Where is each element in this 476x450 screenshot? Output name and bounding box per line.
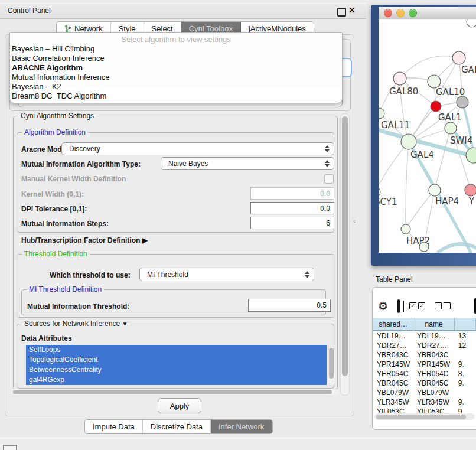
close-traffic-icon[interactable] xyxy=(384,9,392,17)
kernel-width-field[interactable]: 0.0 xyxy=(250,187,334,200)
network-node-y[interactable] xyxy=(465,184,476,196)
network-node-hap4[interactable] xyxy=(429,184,441,196)
network-edge[interactable] xyxy=(379,142,409,192)
minimized-panel-icon[interactable] xyxy=(3,445,17,450)
network-canvas[interactable]: GALGAL80GAL10GAL1SWI4GAL11GAL4HAP4YGCY1H… xyxy=(379,19,476,253)
table-cell: YDL19… xyxy=(413,331,455,341)
table-cell: YDR27… xyxy=(413,341,455,350)
network-edge[interactable] xyxy=(400,56,459,79)
algorithm-dropdown-popup: Select algorithm to view settings Bayesi… xyxy=(9,32,343,103)
attribute-item[interactable]: SelfLoops xyxy=(26,345,327,355)
algorithm-option-4[interactable]: Bayesian – K2 xyxy=(12,82,61,91)
table-cell xyxy=(455,350,476,360)
attributes-scrollbar[interactable] xyxy=(328,346,335,386)
network-edge[interactable] xyxy=(379,113,379,192)
table-cell: YPR145W xyxy=(413,360,455,369)
settings-vertical-scrollbar[interactable] xyxy=(340,113,350,396)
table-panel-title: Table Panel xyxy=(376,275,413,283)
zoom-traffic-icon[interactable] xyxy=(409,9,417,17)
table-row[interactable]: YBR043CYBR043C xyxy=(373,350,476,360)
table-cell: YLR345W xyxy=(413,397,455,407)
gear-icon[interactable]: ⚙ xyxy=(378,301,388,312)
float-window-icon[interactable] xyxy=(337,8,346,17)
dpi-tolerance-label: DPI Tolerance [0,1]: xyxy=(21,205,87,213)
column-header-cut[interactable] xyxy=(455,318,476,331)
which-threshold-value: MI Threshold xyxy=(147,270,188,279)
node-label-gal4: GAL4 xyxy=(410,149,434,160)
data-attributes-label: Data Attributes xyxy=(21,334,72,343)
attribute-item[interactable]: gal4RGexp xyxy=(26,375,327,385)
table-row[interactable]: YDL19…YDL19…13 xyxy=(373,331,476,341)
table-row[interactable]: YPR145WYPR145W9. xyxy=(373,360,476,369)
columns-icon[interactable] xyxy=(397,299,400,313)
algorithm-definition-title: Algorithm Definition xyxy=(22,128,88,136)
dpi-tolerance-field[interactable]: 0.0 xyxy=(250,202,334,214)
attribute-item[interactable]: TopologicalCoefficient xyxy=(26,355,327,365)
table-cell: YBR045C xyxy=(373,379,413,388)
close-icon[interactable]: ✕ xyxy=(348,5,356,15)
select-all-checkboxes-icon[interactable]: ✓✓ xyxy=(409,302,425,309)
which-threshold-combobox[interactable]: MI Threshold xyxy=(139,268,314,281)
bottom-tabbar: Impute DataDiscretize DataInfer Network xyxy=(84,419,273,434)
network-node-hap2[interactable] xyxy=(401,224,410,234)
table-cell: YBR045C xyxy=(413,379,455,388)
aracne-mode-combobox[interactable]: Discovery xyxy=(61,142,334,155)
hub-definition-toggle[interactable]: Hub/Transcription Factor Definition ▶ xyxy=(21,236,148,244)
algorithm-option-2[interactable]: ARACNE Algorithm xyxy=(12,63,83,72)
algorithm-option-1[interactable]: Basic Correlation Inference xyxy=(12,54,105,63)
kernel-width-label: Kernel Width (0,1): xyxy=(21,190,84,198)
table-row[interactable]: YER054CYER054C8. xyxy=(373,369,476,379)
network-node-gal1[interactable] xyxy=(431,101,441,112)
mi-type-combobox[interactable]: Naive Bayes xyxy=(161,157,334,170)
network-edge[interactable] xyxy=(435,128,451,190)
apply-button[interactable]: Apply xyxy=(158,398,201,413)
table-horizontal-scrollbar[interactable] xyxy=(374,413,475,420)
table-row[interactable]: YDR27…YDR27…12 xyxy=(373,341,476,350)
algorithm-combobox-focus-ring[interactable] xyxy=(341,58,352,77)
panel-splitter-handle[interactable]: ‹ xyxy=(353,217,356,224)
sources-group-title[interactable]: Sources for Network Inference ▼ xyxy=(22,319,130,328)
manual-kernel-checkbox[interactable] xyxy=(324,174,334,184)
network-window-titlebar[interactable] xyxy=(379,7,476,19)
which-threshold-label: Which threshold to use: xyxy=(50,271,131,279)
algorithm-option-0[interactable]: Bayesian – Hill Climbing xyxy=(12,44,94,53)
table-cell: 8. xyxy=(455,369,476,379)
minimize-traffic-icon[interactable] xyxy=(396,9,405,17)
network-node-gal[interactable] xyxy=(452,51,465,64)
table-cell: YBL079W xyxy=(373,388,413,397)
table-row[interactable]: YLR345WYLR345W9. xyxy=(373,397,476,407)
algorithm-option-5[interactable]: Dream8 DC_TDC Algorithm xyxy=(12,92,106,100)
table-rows: YDL19…YDL19…13YDR27…YDR27…12YBR043CYBR04… xyxy=(373,331,476,413)
node-label-gal80: GAL80 xyxy=(389,86,418,97)
network-edge[interactable] xyxy=(406,190,435,229)
table-row[interactable]: YBL079WYBL079W xyxy=(373,388,476,397)
table-cell: YLR345W xyxy=(373,397,413,407)
network-node[interactable] xyxy=(467,19,476,27)
node-label-gal11: GAL11 xyxy=(381,120,410,131)
column-header-shared…[interactable]: shared… xyxy=(373,318,413,331)
network-node-gal10[interactable] xyxy=(428,75,441,88)
network-node-gal80[interactable] xyxy=(393,72,406,85)
network-node-gcy1[interactable] xyxy=(379,187,380,197)
network-node[interactable] xyxy=(419,242,429,252)
network-graph[interactable]: GALGAL80GAL10GAL1SWI4GAL11GAL4HAP4YGCY1H… xyxy=(379,19,476,253)
algorithm-option-3[interactable]: Mutual Information Inference xyxy=(12,73,109,81)
deselect-all-checkboxes-icon[interactable] xyxy=(435,302,451,309)
network-edge[interactable] xyxy=(406,142,409,229)
table-row[interactable]: YBR045CYBR045C9. xyxy=(373,379,476,388)
network-node[interactable] xyxy=(457,96,468,108)
tab-impute-data[interactable]: Impute Data xyxy=(85,420,143,433)
mi-steps-field[interactable]: 6 xyxy=(250,217,334,229)
tab-discretize-data[interactable]: Discretize Data xyxy=(143,420,211,433)
mi-threshold-field[interactable]: 0.5 xyxy=(248,299,331,312)
network-node[interactable] xyxy=(466,148,476,163)
network-node-gal4[interactable] xyxy=(401,134,416,149)
attribute-item[interactable]: BetweennessCentrality xyxy=(26,365,327,375)
table-row[interactable]: YIL053CYIL053C9 xyxy=(373,407,476,413)
settings-horizontal-scrollbar[interactable] xyxy=(11,389,339,395)
table-cell: YIL053C xyxy=(413,407,455,413)
column-header-name[interactable]: name xyxy=(413,318,455,331)
network-node-swi4[interactable] xyxy=(445,122,457,134)
tab-infer-network[interactable]: Infer Network xyxy=(211,420,272,433)
table-cell: 9. xyxy=(455,379,476,388)
